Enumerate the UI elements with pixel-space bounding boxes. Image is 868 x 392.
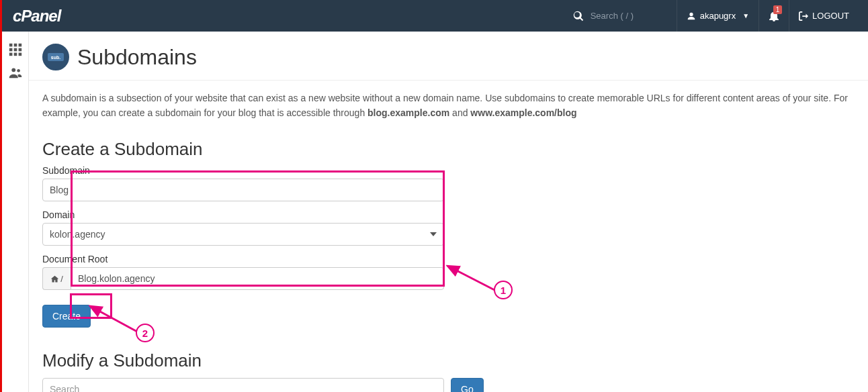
svg-rect-4 [14,48,17,52]
username-label: akapugrx [700,11,736,21]
create-heading: Create a Subdomain [42,139,852,160]
svg-rect-7 [14,53,17,56]
page-header: sub. Subdomains [42,44,852,70]
logout-label: LOGOUT [812,11,849,21]
svg-rect-2 [19,44,22,47]
docroot-prefix: / [42,267,71,290]
logout-button[interactable]: LOGOUT [789,0,859,32]
sidebar-item-apps[interactable] [2,38,29,61]
modify-heading: Modify a Subdomain [42,350,852,371]
svg-rect-6 [9,53,13,56]
user-icon [687,11,696,21]
users-icon [8,65,23,80]
user-menu[interactable]: akapugrx ▼ [677,0,758,32]
annotation-number-2: 2 [136,324,155,342]
svg-point-10 [17,69,20,72]
search-input[interactable] [591,11,664,21]
subdomain-label: Subdomain [42,165,444,176]
notification-badge: 1 [773,5,782,14]
go-button[interactable]: Go [451,378,484,392]
docroot-label: Document Root [42,254,444,264]
logout-icon [799,11,808,21]
create-button[interactable]: Create [42,305,91,328]
grid-icon [8,42,23,57]
topbar-search[interactable] [573,11,664,21]
svg-rect-0 [9,44,13,47]
page-title: Subdomains [77,45,197,70]
home-icon [50,275,59,283]
topbar: cPanel akapugrx ▼ 1 LOGOUT [0,0,868,32]
cpanel-logo: cPanel [13,7,60,26]
page-description: A subdomain is a subsection of your webs… [42,91,852,120]
domain-label: Domain [42,209,444,220]
search-icon [573,11,584,21]
modify-search-input[interactable] [42,378,444,392]
divider [29,80,868,81]
sidebar [2,32,29,392]
svg-point-9 [11,68,15,72]
svg-rect-8 [19,53,22,56]
notifications-button[interactable]: 1 [758,0,789,32]
svg-rect-1 [14,44,17,47]
caret-down-icon: ▼ [742,12,749,19]
svg-rect-5 [19,48,22,52]
subdomain-input[interactable] [42,179,444,201]
content-area: sub. Subdomains A subdomain is a subsect… [29,32,868,392]
sidebar-item-users[interactable] [2,61,29,84]
svg-rect-3 [9,48,13,52]
subdomains-icon: sub. [42,44,69,70]
docroot-input[interactable] [71,267,444,290]
domain-select[interactable]: kolon.agency [42,223,444,246]
annotation-number-1: 1 [494,281,513,299]
